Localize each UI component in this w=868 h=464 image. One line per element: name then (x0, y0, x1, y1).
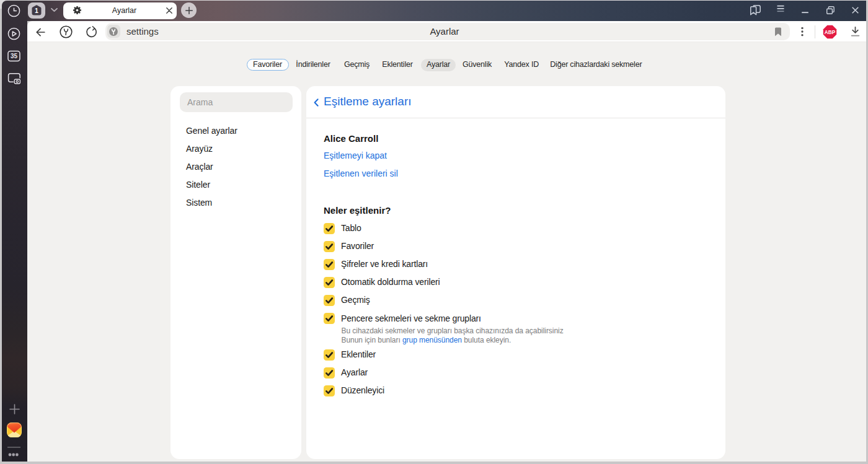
svg-text:35: 35 (11, 53, 18, 60)
svg-text:ABP: ABP (825, 29, 836, 35)
svg-text:1: 1 (35, 7, 38, 14)
